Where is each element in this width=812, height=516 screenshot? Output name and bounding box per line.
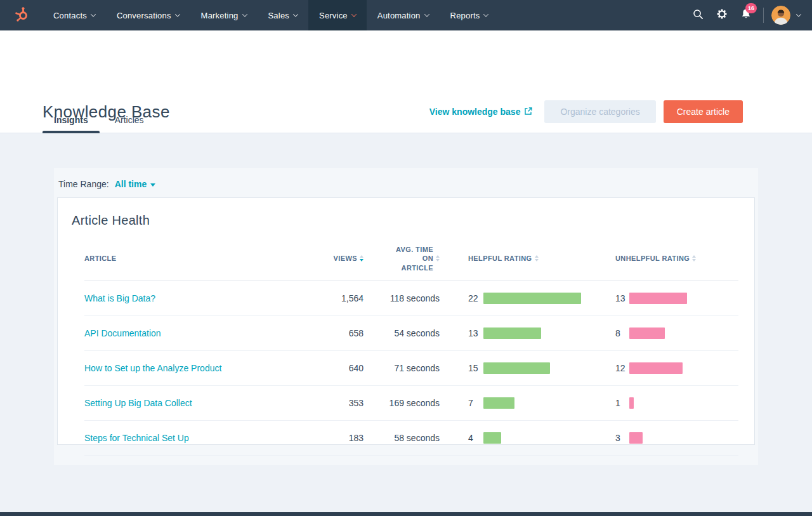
notifications-button[interactable]: 16 [735, 4, 757, 26]
nav-item-automation[interactable]: Automation [367, 0, 440, 30]
article-link[interactable]: Steps for Technical Set Up [84, 433, 189, 443]
helpful-bar [483, 397, 514, 409]
table-row: How to Set up the Analyze Product64071 s… [84, 351, 738, 386]
time-range-dropdown[interactable]: All time [115, 179, 156, 189]
time-range-label: Time Range: [58, 179, 109, 189]
chevron-down-icon [796, 11, 801, 17]
unhelpful-bar [629, 362, 683, 374]
helpful-cell: 7 [468, 397, 615, 409]
views-cell: 640 [294, 363, 363, 373]
sort-icon-unhelpful [692, 255, 696, 261]
avg-time-cell: 58 seconds [363, 433, 468, 443]
header-actions: View knowledge base Organize categories … [429, 100, 743, 123]
nav-item-sales[interactable]: Sales [258, 0, 309, 30]
table-header-row: ARTICLE VIEWS AVG. TIME ON ARTICLE HELPF… [84, 245, 738, 281]
hubspot-sprocket-icon [15, 7, 29, 24]
article-health-table: ARTICLE VIEWS AVG. TIME ON ARTICLE HELPF… [84, 245, 738, 456]
hubspot-logo[interactable] [0, 0, 43, 30]
insights-panel: Time Range: All time Article Health ARTI… [54, 168, 758, 465]
caret-down-icon [150, 183, 155, 187]
avg-time-cell: 118 seconds [363, 293, 468, 303]
tab-insights[interactable]: Insights [43, 115, 100, 133]
card-title: Article Health [72, 213, 754, 228]
gear-icon [716, 8, 728, 22]
nav-item-service[interactable]: Service [308, 0, 367, 30]
unhelpful-cell: 3 [615, 432, 738, 444]
chevron-down-icon [351, 11, 357, 17]
settings-button[interactable] [711, 4, 733, 26]
top-navigation: ContactsConversationsMarketingSalesServi… [0, 0, 812, 30]
nav-item-conversations[interactable]: Conversations [106, 0, 190, 30]
active-tab-underline [43, 131, 100, 133]
page-header: Knowledge Base View knowledge base Organ… [0, 30, 812, 133]
time-range-value: All time [115, 179, 147, 189]
table-row: What is Big Data?1,564118 seconds2213 [84, 281, 738, 316]
organize-categories-button[interactable]: Organize categories [544, 100, 655, 123]
article-link[interactable]: API Documentation [84, 328, 161, 338]
nav-item-label: Automation [377, 11, 421, 20]
column-header-avg-time[interactable]: AVG. TIME ON ARTICLE [363, 245, 468, 272]
article-link[interactable]: Setting Up Big Data Collect [84, 398, 192, 408]
views-cell: 1,564 [294, 293, 363, 303]
nav-item-contacts[interactable]: Contacts [43, 0, 106, 30]
view-knowledge-base-link[interactable]: View knowledge base [429, 107, 534, 117]
unhelpful-cell: 13 [615, 293, 738, 304]
nav-item-label: Conversations [117, 11, 171, 20]
helpful-count: 15 [468, 363, 483, 373]
column-header-unhelpful[interactable]: UNHELPFUL RATING [615, 255, 738, 262]
view-knowledge-base-label: View knowledge base [429, 107, 521, 117]
helpful-bar [483, 293, 581, 304]
search-button[interactable] [687, 4, 709, 26]
helpful-count: 4 [468, 433, 483, 443]
helpful-cell: 22 [468, 293, 615, 304]
article-link[interactable]: How to Set up the Analyze Product [84, 363, 221, 373]
sort-icon-helpful [535, 255, 539, 261]
nav-item-label: Contacts [53, 11, 87, 20]
nav-item-label: Sales [268, 11, 290, 20]
helpful-bar [483, 327, 541, 339]
chevron-down-icon [483, 11, 488, 17]
unhelpful-count: 8 [615, 328, 629, 338]
article-cell: How to Set up the Analyze Product [84, 363, 294, 373]
views-cell: 353 [294, 398, 363, 408]
avg-time-cell: 169 seconds [363, 398, 468, 408]
helpful-cell: 15 [468, 362, 615, 374]
user-menu[interactable] [771, 6, 801, 25]
unhelpful-bar [629, 432, 643, 444]
nav-item-marketing[interactable]: Marketing [190, 0, 258, 30]
chevron-down-icon [424, 11, 429, 17]
create-article-button[interactable]: Create article [664, 100, 743, 123]
bottom-bar [0, 512, 812, 516]
article-cell: Steps for Technical Set Up [84, 433, 294, 443]
table-row: API Documentation65854 seconds138 [84, 316, 738, 351]
unhelpful-bar [629, 397, 634, 409]
views-cell: 658 [294, 328, 363, 338]
article-cell: Setting Up Big Data Collect [84, 398, 294, 408]
article-cell: What is Big Data? [84, 293, 294, 303]
tab-articles-label: Articles [115, 115, 144, 125]
chevron-down-icon [91, 11, 96, 17]
table-row: Steps for Technical Set Up18358 seconds4… [84, 421, 738, 456]
helpful-cell: 4 [468, 432, 615, 444]
unhelpful-count: 12 [615, 363, 629, 373]
nav-menu: ContactsConversationsMarketingSalesServi… [43, 0, 499, 30]
unhelpful-count: 3 [615, 433, 629, 443]
unhelpful-bar [629, 293, 687, 304]
tab-articles[interactable]: Articles [115, 115, 144, 133]
article-link[interactable]: What is Big Data? [84, 293, 155, 303]
helpful-count: 22 [468, 293, 483, 303]
nav-item-reports[interactable]: Reports [440, 0, 499, 30]
column-header-article[interactable]: ARTICLE [84, 255, 294, 262]
helpful-count: 13 [468, 328, 483, 338]
column-header-helpful[interactable]: HELPFUL RATING [468, 255, 615, 262]
chevron-down-icon [242, 11, 247, 17]
chevron-down-icon [174, 11, 180, 17]
notification-count-badge: 16 [745, 3, 757, 13]
table-row: Setting Up Big Data Collect353169 second… [84, 386, 738, 421]
tab-bar: Insights Articles [43, 115, 144, 133]
helpful-bar [483, 432, 501, 444]
column-header-views[interactable]: VIEWS [294, 255, 363, 262]
views-cell: 183 [294, 433, 363, 443]
unhelpful-bar [629, 327, 665, 339]
external-link-icon [524, 107, 533, 117]
